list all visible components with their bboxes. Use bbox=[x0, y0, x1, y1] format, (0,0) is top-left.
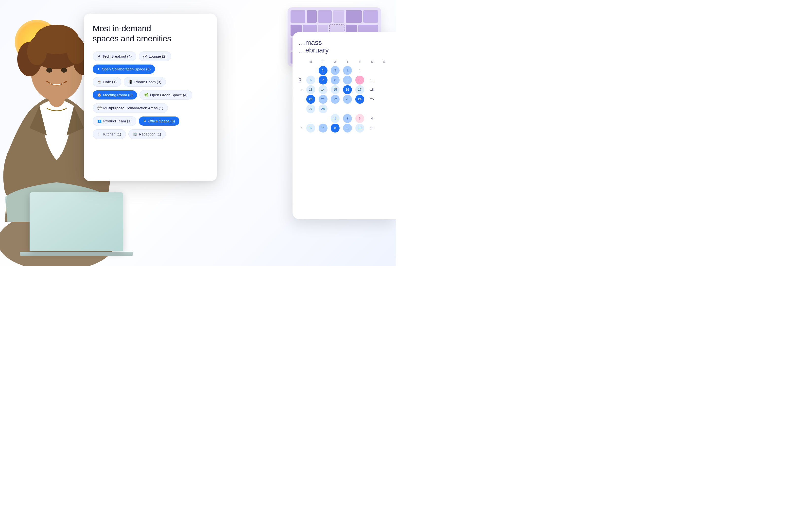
cal-week-5: 27 28 bbox=[298, 104, 390, 113]
cal-day-feb15[interactable]: 15 bbox=[331, 85, 339, 94]
svg-rect-16 bbox=[346, 10, 362, 23]
cal-day-feb18[interactable]: 18 bbox=[367, 85, 376, 94]
chip-row-1: 🖥 Tech Breakout (4) 🛋 Lounge (2) bbox=[93, 52, 208, 61]
cal-day-feb9[interactable]: 9 bbox=[343, 76, 352, 84]
cal-day-feb21[interactable]: 21 bbox=[319, 95, 328, 104]
laptop-screen bbox=[30, 192, 123, 251]
meeting-room-chip[interactable]: 🏠 Meeting Room (3) bbox=[93, 90, 137, 99]
multipurpose-chip[interactable]: 💬 Multipurpose Collaboration Areas (1) bbox=[93, 103, 168, 113]
cal-day-feb20[interactable]: 20 bbox=[306, 95, 315, 104]
calendar-title-line2: …ebruary bbox=[298, 46, 390, 54]
laptop-base bbox=[20, 252, 133, 256]
cal-nx-10[interactable]: 10 bbox=[355, 124, 364, 133]
svg-point-7 bbox=[27, 38, 47, 65]
svg-point-9 bbox=[46, 68, 52, 73]
weekday-T: T bbox=[317, 59, 329, 64]
cal-day-feb8[interactable]: 8 bbox=[331, 76, 339, 84]
green-icon: 🌿 bbox=[144, 93, 148, 97]
cal-day-feb11[interactable]: 11 bbox=[367, 76, 376, 84]
cal-day-empty1[interactable] bbox=[306, 66, 315, 75]
cal-empty-d bbox=[367, 104, 376, 113]
kitchen-chip[interactable]: 🍴 Kitchen (1) bbox=[93, 129, 126, 139]
weekday-S: S bbox=[366, 59, 378, 64]
cafe-chip[interactable]: ☕ Cafe (1) bbox=[93, 77, 121, 87]
spaces-card-title: Most in-demand spaces and amenities bbox=[93, 23, 208, 43]
open-collab-chip[interactable]: ✦ Open Collaboration Space (5) bbox=[93, 64, 155, 74]
meeting-icon: 🏠 bbox=[97, 93, 101, 97]
cal-day-feb25[interactable]: 25 bbox=[367, 95, 376, 104]
cal-empty-b bbox=[343, 104, 352, 113]
reception-chip[interactable]: 🏢 Reception (1) bbox=[128, 129, 166, 139]
cal-nx-7[interactable]: 7 bbox=[319, 124, 328, 133]
kitchen-icon: 🍴 bbox=[97, 132, 102, 136]
weekday-T2: T bbox=[342, 59, 353, 64]
chip-row-6: 👥 Product Team (1) 🖥 Office Space (6) bbox=[93, 116, 208, 126]
cal-nx-8[interactable]: 8 bbox=[331, 124, 339, 133]
chips-container: 🖥 Tech Breakout (4) 🛋 Lounge (2) ✦ Open … bbox=[93, 52, 208, 139]
cal-week-next1: 1 2 3 4 bbox=[298, 114, 390, 123]
office-space-chip[interactable]: 🖥 Office Space (6) bbox=[139, 116, 179, 126]
cal-day-feb27[interactable]: 27 bbox=[306, 104, 315, 113]
cal-day-feb3[interactable]: 3 bbox=[343, 66, 352, 75]
cal-day-feb28[interactable]: 28 bbox=[319, 104, 328, 113]
product-team-chip[interactable]: 👥 Product Team (1) bbox=[93, 116, 136, 126]
cal-nx-empty4 bbox=[380, 124, 389, 133]
calendar-title-line1: …mass bbox=[298, 39, 390, 46]
svg-point-8 bbox=[67, 39, 86, 64]
cal-day-feb6[interactable]: 6 bbox=[306, 76, 315, 84]
calendar-card: …mass …ebruary M T W T F S S 1 2 3 4 FEB bbox=[293, 32, 396, 219]
cal-week-1: 1 2 3 4 bbox=[298, 66, 390, 75]
cal-nx-empty1 bbox=[306, 114, 315, 123]
svg-rect-12 bbox=[291, 10, 305, 23]
phone-booth-chip[interactable]: 📱 Phone Booth (3) bbox=[124, 77, 166, 87]
cal-nx-11[interactable]: 11 bbox=[367, 124, 376, 133]
cal-day-feb14[interactable]: 14 bbox=[319, 85, 328, 94]
cal-day-feb7[interactable]: 7 bbox=[319, 76, 328, 84]
weekday-W: W bbox=[329, 59, 341, 64]
monitor-icon: 🖥 bbox=[97, 54, 101, 58]
collab-icon: ✦ bbox=[97, 67, 100, 71]
cal-nx-9[interactable]: 9 bbox=[343, 124, 352, 133]
chip-row-4: 🏠 Meeting Room (3) 🌿 Open Green Space (4… bbox=[93, 90, 208, 100]
chip-row-7: 🍴 Kitchen (1) 🏢 Reception (1) bbox=[93, 129, 208, 139]
svg-rect-15 bbox=[333, 10, 344, 23]
cal-nx-2[interactable]: 2 bbox=[343, 114, 352, 123]
cal-day-feb23[interactable]: 23 bbox=[343, 95, 352, 104]
cal-day-feb1[interactable]: 1 bbox=[319, 66, 328, 75]
feb-label: FEB bbox=[298, 78, 304, 82]
team-icon: 👥 bbox=[97, 119, 102, 123]
cal-empty-c bbox=[355, 104, 364, 113]
cal-day-empty6 bbox=[380, 95, 389, 104]
svg-point-10 bbox=[61, 68, 67, 73]
cal-day-feb17[interactable]: 17 bbox=[355, 85, 364, 94]
calendar-grid: M T W T F S S 1 2 3 4 FEB 6 7 8 9 10 1 bbox=[298, 59, 390, 133]
cal-day-feb2[interactable]: 2 bbox=[331, 66, 339, 75]
cal-nx-empty3 bbox=[380, 114, 389, 123]
cal-day-feb16[interactable]: 16 bbox=[343, 85, 352, 94]
month-col-spacer bbox=[298, 59, 304, 64]
cal-empty-a bbox=[331, 104, 339, 113]
cal-day-feb10[interactable]: 10 bbox=[355, 76, 364, 84]
tech-breakout-chip[interactable]: 🖥 Tech Breakout (4) bbox=[93, 52, 136, 61]
svg-rect-13 bbox=[307, 10, 317, 23]
multipurpose-icon: 💬 bbox=[97, 106, 102, 110]
cal-day-feb22[interactable]: 22 bbox=[331, 95, 339, 104]
cal-empty-e bbox=[380, 104, 389, 113]
cal-day-empty2 bbox=[367, 66, 376, 75]
cal-nx-1[interactable]: 1 bbox=[331, 114, 339, 123]
cal-nx-3[interactable]: 3 bbox=[355, 114, 364, 123]
cal-day-feb4[interactable]: 4 bbox=[355, 66, 364, 75]
lounge-chip[interactable]: 🛋 Lounge (2) bbox=[139, 52, 171, 61]
chip-row-2: ✦ Open Collaboration Space (5) bbox=[93, 64, 208, 74]
cal-day-feb24[interactable]: 24 bbox=[355, 95, 364, 104]
cal-day-feb13[interactable]: 13 bbox=[306, 85, 315, 94]
weekday-headers: M T W T F S S bbox=[298, 59, 390, 64]
cal-nx-6[interactable]: 6 bbox=[306, 124, 315, 133]
spaces-amenities-card: Most in-demand spaces and amenities 🖥 Te… bbox=[84, 14, 217, 181]
chip-row-3: ☕ Cafe (1) 📱 Phone Booth (3) bbox=[93, 77, 208, 87]
weekday-S2: S bbox=[378, 59, 390, 64]
cal-nx-4[interactable]: 4 bbox=[367, 114, 376, 123]
chip-row-5: 💬 Multipurpose Collaboration Areas (1) bbox=[93, 103, 208, 113]
weekday-F: F bbox=[354, 59, 366, 64]
green-space-chip[interactable]: 🌿 Open Green Space (4) bbox=[140, 90, 192, 100]
